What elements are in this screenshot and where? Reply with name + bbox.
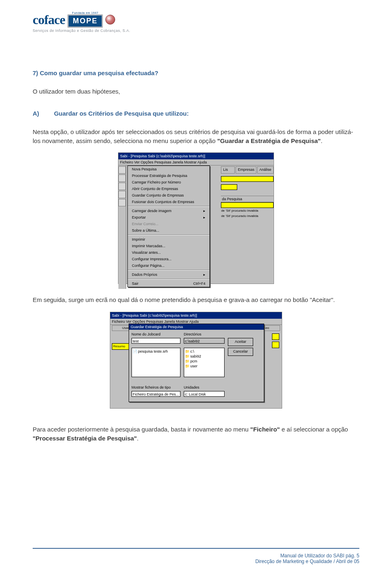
highlight-row [221, 202, 274, 208]
tab[interactable]: Empresas [236, 166, 256, 174]
toolbar [118, 165, 126, 289]
label-filetype: Mostrar ficheiros de tipo [131, 385, 180, 389]
ok-button[interactable]: Aceitar [228, 338, 253, 346]
highlight-row [221, 176, 274, 182]
menu-item[interactable]: Exportar [128, 214, 209, 221]
menu-item[interactable]: Guardar Conjunto de Empresas [128, 192, 209, 199]
list-item[interactable]: pesquisa teste.srh [133, 349, 179, 354]
footer-line1-pre: Manual de Utilizador do SABI pág. [281, 553, 357, 559]
document-body: 7) Como guardar uma pesquisa efectuada? … [33, 69, 359, 443]
list-item[interactable]: user [185, 364, 223, 369]
menu-item[interactable]: Configurar Impressora... [128, 256, 209, 262]
screenshot-save-dialog: Sabi - [Pesquisa Sabi (c:\sabi92\pesquis… [110, 312, 282, 409]
menu-separator [128, 235, 209, 235]
item-a-bold: "Guardar a Estratégia de Pesquisa" [217, 137, 321, 144]
label-drives: Unidades [184, 385, 225, 389]
footer-text: Manual de Utilizador do SABI pág. 5 Dire… [255, 553, 359, 564]
label-dir: Directórios [184, 332, 225, 336]
highlight-cell [272, 342, 279, 348]
label-name: Nome do Jobcard [131, 332, 180, 336]
item-a-body: Nesta opção, o utilizador após ter selec… [33, 127, 359, 145]
toolbar-button[interactable] [118, 166, 126, 174]
filetype-select[interactable]: Ficheiro Estratégia de Pes... [131, 391, 180, 397]
toolbar-button[interactable] [118, 174, 126, 182]
mid-paragraph: Em seguida, surge um ecrã no qual dá o n… [33, 295, 359, 304]
menu-item-exit[interactable]: Sair Ctrl+F4 [128, 280, 209, 287]
results-label: Resumo [112, 343, 130, 350]
menu-item[interactable]: Dados Próprios [128, 271, 209, 278]
final-b2: "Processar Estratégia de Pesquisa" [33, 435, 137, 442]
dialog-title: Guardar Estratégia de Pesquisa [129, 324, 264, 330]
screenshot-menu: Sabi - [Pesquisa Sabi (c:\sabi92\pesquis… [118, 152, 274, 284]
sublogo-block: Fundada em 1947 MOPE [67, 11, 103, 28]
menu-separator [128, 206, 209, 207]
header-logo: coface Fundada em 1947 MOPE Serviços de … [33, 11, 359, 33]
sublogo-tag: Fundada em 1947 [72, 11, 98, 14]
right-panel: Lis Empresas Análise da Pesquisa de 'Sit… [221, 165, 274, 289]
final-mid: e aí seleccionar a opção [280, 426, 348, 433]
menu-item[interactable]: Configurar Página... [128, 262, 209, 269]
menu-item[interactable]: Carregar desde imagem [128, 208, 209, 214]
menu-separator [128, 279, 209, 279]
menu-separator [128, 270, 209, 270]
panel-label: da Pesquisa [221, 196, 274, 202]
final-pre: Para aceder posteriormente à pesquisa gu… [33, 426, 250, 433]
final-end: . [137, 435, 138, 442]
footer-rule [33, 548, 359, 549]
intro-text: O utilizador tem duas hipóteses, [33, 87, 359, 96]
dir-list[interactable]: c:\ sabi92 pcm user [184, 348, 225, 377]
menu-exit-label: Sair [132, 282, 138, 286]
tab[interactable]: Análise [257, 166, 274, 174]
item-a-title: Guardar os Critérios de Pesquisa que uti… [54, 110, 189, 117]
drive-select[interactable]: c: Local Disk [184, 391, 225, 397]
item-a-body-end: . [321, 137, 322, 144]
item-a-marker: A) [33, 110, 52, 117]
sublogo-main: MOPE [67, 14, 103, 28]
menu-item[interactable]: Fusionar dois Conjuntos de Empresas [128, 199, 209, 205]
menu-item[interactable]: Nova Pesquisa [128, 166, 209, 172]
menubar: Ficheiro Ver Opções Pesquisas Janela Mos… [118, 159, 274, 165]
section-title: 7) Como guardar uma pesquisa efectuada? [33, 69, 359, 76]
dir-field: c:\sabi92 [184, 338, 225, 344]
list-item[interactable]: sabi92 [185, 354, 223, 359]
globe-icon [105, 15, 115, 25]
menu-exit-accel: Ctrl+F4 [193, 282, 205, 286]
menu-item[interactable]: Carregar Ficheiro por Número [128, 179, 209, 186]
footer-line2: Direcção de Marketing e Qualidade / Abri… [255, 559, 359, 564]
menu-item[interactable]: Visualizar antes... [128, 249, 209, 256]
highlight-cell [221, 184, 237, 190]
window-title: Sabi - [Pesquisa Sabi (c:\sabi92\pesquis… [118, 153, 274, 159]
panel-row: de 'Sit' procurado invalida [221, 208, 274, 213]
highlight-cell [272, 333, 279, 340]
final-b1: "Ficheiro" [250, 426, 280, 433]
menu-item[interactable]: Imprimir [128, 236, 209, 243]
brand-subtitle: Serviços de Informação e Gestão de Cobra… [33, 29, 359, 33]
name-field[interactable]: test [131, 338, 180, 344]
cancel-button[interactable]: Cancelar [228, 348, 253, 356]
list-item[interactable]: c:\ [185, 349, 223, 354]
panel-row: de 'Sit' procurado invalida [221, 213, 274, 219]
list-item[interactable]: pcm [185, 359, 223, 364]
toolbar-button[interactable] [118, 183, 126, 190]
final-paragraph: Para aceder posteriormente à pesquisa gu… [33, 425, 359, 443]
menu-item[interactable]: Sobre a Última... [128, 227, 209, 234]
toolbar-button[interactable] [118, 191, 126, 198]
menu-item[interactable]: Imprimir Marcadas... [128, 243, 209, 249]
save-dialog: Guardar Estratégia de Pesquisa Nome do J… [129, 324, 264, 402]
brand-text: coface [33, 12, 65, 27]
menu-item-disabled: Enviar Correio... [128, 221, 209, 227]
tab[interactable]: Lis [221, 166, 235, 174]
footer-page-no: 5 [356, 553, 359, 559]
file-menu-dropdown[interactable]: Nova Pesquisa Processar Estratégia de Pe… [127, 165, 210, 287]
menu-item[interactable]: Abrir Conjunto de Empresas [128, 186, 209, 192]
window-title: Sabi - [Pesquisa Sabi (c:\sabi92\pesquis… [110, 312, 282, 319]
file-list[interactable]: pesquisa teste.srh [131, 348, 180, 377]
menu-item[interactable]: Processar Estratégia de Pesquisa [128, 172, 209, 179]
toolbar-button[interactable] [118, 199, 126, 206]
